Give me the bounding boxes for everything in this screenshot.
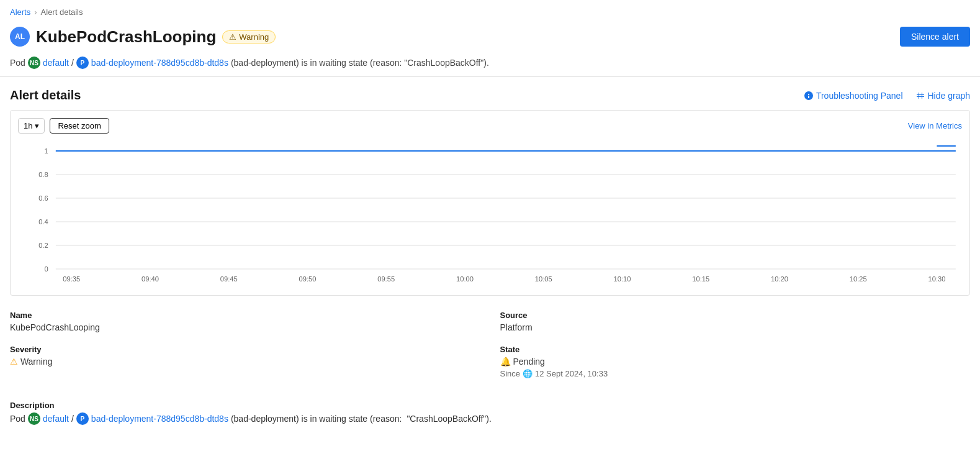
chart-toolbar: 1h ▾ Reset zoom View in Metrics: [18, 118, 962, 134]
svg-text:10:30: 10:30: [928, 275, 946, 283]
svg-text:10:10: 10:10: [614, 275, 631, 283]
silence-alert-button[interactable]: Silence alert: [900, 27, 970, 47]
name-value: KubePodCrashLooping: [10, 322, 480, 332]
warning-badge: ⚠ Warning: [222, 30, 276, 43]
hide-graph-icon: [915, 91, 925, 101]
description-section: Description Pod NS default / P bad-deplo…: [0, 391, 980, 425]
severity-section: Severity ⚠ Warning: [10, 345, 490, 391]
desc-suffix: (bad-deployment) is in waiting state (re…: [231, 414, 402, 424]
troubleshooting-label: Troubleshooting Panel: [816, 91, 903, 101]
source-value: Platform: [500, 322, 971, 332]
svg-text:09:35: 09:35: [63, 275, 80, 283]
breadcrumb-alerts-link[interactable]: Alerts: [10, 7, 30, 17]
description-content: Pod NS default / P bad-deployment-788d95…: [10, 412, 970, 425]
severity-icon: ⚠: [10, 357, 18, 367]
desc-pod-link[interactable]: bad-deployment-788d95cd8b-dtd8s: [91, 414, 228, 424]
desc-pod-prefix: Pod: [10, 414, 25, 424]
name-section: Name KubePodCrashLooping: [10, 311, 490, 345]
time-select[interactable]: 1h ▾: [18, 118, 45, 134]
since-text: Since 🌐 12 Sept 2024, 10:33: [500, 369, 971, 378]
chart-area: 1 0.8 0.6 0.4 0.2 0 09:35 09:40 09:45 09…: [18, 139, 962, 288]
svg-text:09:45: 09:45: [220, 275, 238, 283]
source-label: Source: [500, 311, 971, 320]
state-label: State: [500, 345, 971, 354]
globe-icon: 🌐: [523, 369, 533, 378]
ns-badge: NS: [28, 57, 40, 69]
bell-icon: 🔔: [500, 357, 511, 367]
desc-ns-badge: NS: [28, 412, 40, 425]
svg-text:1: 1: [44, 147, 48, 155]
alert-title: KubePodCrashLooping: [36, 27, 216, 47]
desc-separator: /: [71, 414, 74, 424]
severity-value: ⚠ Warning: [10, 357, 480, 367]
svg-text:10:20: 10:20: [771, 275, 788, 283]
svg-text:09:40: 09:40: [142, 275, 159, 283]
desc-pod-badge: P: [76, 412, 89, 425]
desc-ns-link[interactable]: default: [43, 414, 69, 424]
chart-container: 1h ▾ Reset zoom View in Metrics 1 0.8 0.…: [10, 110, 970, 296]
chart-svg: 1 0.8 0.6 0.4 0.2 0 09:35 09:40 09:45 09…: [18, 139, 962, 288]
view-metrics-link[interactable]: View in Metrics: [908, 121, 962, 130]
header-actions: Troubleshooting Panel Hide graph: [804, 91, 970, 101]
svg-rect-3: [922, 93, 922, 99]
hide-graph-label: Hide graph: [928, 91, 971, 101]
pod-description-line: Pod NS default / P bad-deployment-788d95…: [0, 54, 980, 76]
since-value: 12 Sept 2024, 10:33: [535, 369, 608, 378]
breadcrumb-separator: ›: [34, 7, 37, 17]
hide-graph-link[interactable]: Hide graph: [915, 91, 971, 101]
pod-badge: P: [76, 57, 89, 69]
state-section: State 🔔 Pending Since 🌐 12 Sept 2024, 10…: [490, 345, 971, 391]
pod-separator: /: [71, 58, 74, 68]
desc-reason: "CrashLoopBackOff").: [407, 414, 492, 424]
chevron-down-icon: ▾: [35, 121, 39, 130]
details-grid: Name KubePodCrashLooping Source Platform…: [0, 296, 980, 391]
svg-text:0.4: 0.4: [38, 218, 48, 225]
alert-details-header: Alert details Troubleshooting Panel Hide…: [0, 77, 980, 110]
svg-text:10:25: 10:25: [850, 275, 867, 283]
reset-zoom-button[interactable]: Reset zoom: [50, 118, 109, 134]
svg-text:0.8: 0.8: [38, 171, 48, 178]
name-label: Name: [10, 311, 480, 320]
pod-link[interactable]: bad-deployment-788d95cd8b-dtd8s: [91, 58, 228, 68]
svg-text:10:15: 10:15: [692, 275, 709, 283]
svg-text:09:55: 09:55: [377, 275, 395, 283]
time-select-value: 1h: [24, 121, 32, 130]
alert-header: AL KubePodCrashLooping ⚠ Warning Silence…: [0, 22, 980, 54]
svg-text:0.2: 0.2: [38, 242, 48, 249]
troubleshooting-icon: [804, 91, 814, 101]
source-section: Source Platform: [490, 311, 971, 345]
warning-label: Warning: [239, 32, 269, 42]
svg-text:10:00: 10:00: [456, 275, 474, 283]
alert-details-title: Alert details: [10, 88, 81, 102]
severity-text: Warning: [20, 357, 53, 367]
pod-description-text: (bad-deployment) is in waiting state (re…: [231, 58, 489, 68]
header-left: AL KubePodCrashLooping ⚠ Warning: [10, 27, 276, 47]
svg-text:0: 0: [44, 265, 48, 273]
ns-link[interactable]: default: [43, 58, 69, 68]
svg-text:10:05: 10:05: [535, 275, 552, 283]
svg-rect-1: [917, 96, 924, 97]
since-label: Since: [500, 369, 521, 378]
chart-toolbar-left: 1h ▾ Reset zoom: [18, 118, 109, 134]
description-label: Description: [10, 401, 970, 410]
avatar: AL: [10, 27, 30, 47]
breadcrumb-current: Alert details: [41, 7, 83, 17]
troubleshooting-panel-link[interactable]: Troubleshooting Panel: [804, 91, 903, 101]
state-value: 🔔 Pending: [500, 357, 545, 367]
svg-text:09:50: 09:50: [299, 275, 317, 283]
svg-rect-2: [919, 93, 919, 99]
severity-label: Severity: [10, 345, 480, 354]
breadcrumb: Alerts › Alert details: [0, 0, 980, 22]
warning-icon: ⚠: [229, 32, 236, 42]
svg-text:0.6: 0.6: [38, 194, 48, 202]
pod-prefix: Pod: [10, 58, 25, 68]
state-text: Pending: [513, 357, 545, 367]
svg-rect-0: [917, 94, 924, 95]
